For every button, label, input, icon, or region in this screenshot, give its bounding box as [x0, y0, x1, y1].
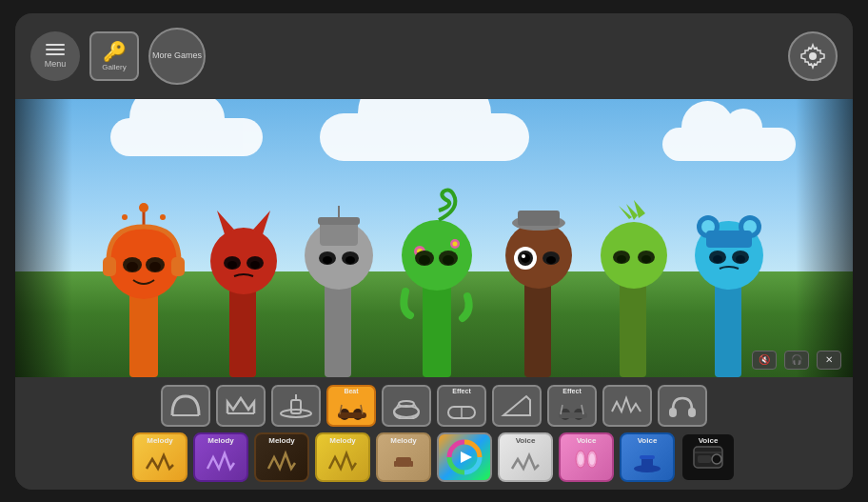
svg-point-14 — [210, 228, 277, 294]
svg-point-47 — [522, 254, 525, 258]
toolbar-item-arch[interactable] — [161, 385, 210, 427]
svg-rect-92 — [394, 461, 397, 467]
toolbar-item-melody-dark[interactable]: Melody — [254, 432, 309, 482]
character-cyan[interactable] — [681, 149, 777, 377]
character-brown[interactable] — [491, 149, 586, 377]
svg-point-106 — [712, 454, 721, 464]
pot-icon — [389, 392, 424, 419]
toolbar-item-voice-dark[interactable]: Voice — [681, 432, 736, 482]
toolbar-item-hat[interactable] — [271, 385, 321, 427]
mute-icon: 🔇 — [759, 354, 770, 365]
svg-point-51 — [601, 222, 667, 289]
melody-dark-label: Melody — [256, 436, 307, 445]
melody-purple-icon — [206, 448, 236, 474]
svg-point-49 — [546, 256, 556, 264]
headphones-button[interactable]: 🎧 — [784, 351, 809, 370]
svg-point-81 — [399, 401, 414, 407]
toolbar-item-melody-gold[interactable]: Melody — [132, 432, 187, 482]
toolbar-item-effect2[interactable]: Effect — [547, 385, 597, 427]
svg-rect-21 — [325, 277, 351, 377]
voice-white-label: Voice — [500, 436, 551, 445]
audio-controls: 🔇 🎧 ✕ — [752, 351, 841, 370]
top-bar: Menu 🔑 Gallery More Games — [15, 13, 853, 99]
svg-point-28 — [323, 256, 332, 264]
toolbar-item-spiky[interactable] — [602, 385, 652, 427]
voice-pink-label: Voice — [561, 436, 612, 445]
characters-area — [15, 99, 853, 377]
toolbar-item-pot[interactable] — [382, 385, 431, 427]
toolbar-item-voice-pink[interactable]: Voice — [559, 432, 614, 482]
toolbar-item-melody-tan[interactable]: Melody — [376, 432, 431, 482]
effect1-icon — [444, 395, 479, 422]
svg-rect-89 — [669, 408, 677, 417]
svg-rect-73 — [291, 400, 301, 413]
character-orange[interactable] — [91, 158, 196, 377]
toolbar-item-beat[interactable]: Beat — [326, 385, 376, 427]
effect2-icon — [555, 395, 589, 422]
toolbar-row-1: Beat — [27, 385, 841, 427]
svg-point-6 — [149, 262, 161, 271]
melody-purple-label: Melody — [195, 436, 247, 445]
svg-rect-50 — [620, 277, 646, 377]
svg-rect-90 — [688, 408, 696, 417]
svg-point-8 — [139, 203, 148, 212]
svg-point-58 — [641, 255, 651, 263]
svg-rect-91 — [396, 457, 411, 467]
svg-point-38 — [419, 255, 430, 265]
svg-rect-11 — [103, 257, 116, 276]
toolbar-item-melody-yellow[interactable]: Melody — [315, 432, 370, 482]
character-lime[interactable] — [586, 149, 681, 377]
gallery-label: Gallery — [102, 63, 126, 71]
toolbar-item-effect1[interactable]: Effect — [437, 385, 486, 427]
toolbar-item-multi[interactable] — [437, 432, 492, 482]
beat-label: Beat — [344, 388, 358, 394]
melody-gold-icon — [145, 448, 175, 474]
svg-rect-105 — [698, 455, 711, 463]
toolbar-item-crown[interactable] — [216, 385, 266, 427]
svg-marker-16 — [253, 211, 270, 234]
toolbar-item-voice-blue[interactable]: Voice — [620, 432, 675, 482]
melody-yellow-icon — [327, 448, 358, 474]
headphones-icon: 🎧 — [791, 354, 802, 365]
headphones-icon — [665, 392, 700, 419]
toolbar-item-headphones[interactable] — [658, 385, 707, 427]
svg-marker-95 — [461, 452, 472, 463]
svg-point-29 — [345, 256, 355, 264]
svg-point-0 — [809, 52, 817, 60]
app-container: Menu 🔑 Gallery More Games — [15, 13, 853, 490]
character-red[interactable] — [196, 158, 291, 377]
voice-blue-label: Voice — [621, 436, 673, 445]
close-audio-button[interactable]: ✕ — [817, 351, 841, 370]
svg-point-57 — [617, 255, 626, 263]
character-gray[interactable] — [291, 149, 386, 377]
gallery-button[interactable]: 🔑 Gallery — [89, 31, 139, 81]
toolbar-item-melody-purple[interactable]: Melody — [193, 432, 248, 482]
bottom-toolbar: Beat — [15, 377, 853, 490]
svg-point-46 — [521, 253, 530, 263]
svg-point-98 — [578, 453, 583, 465]
svg-point-35 — [453, 241, 458, 246]
menu-button[interactable]: Menu — [30, 31, 80, 81]
effect2-label: Effect — [562, 388, 581, 394]
toolbar-item-slope[interactable] — [492, 385, 542, 427]
crown-icon — [224, 392, 258, 419]
toolbar-item-voice-white[interactable]: Voice — [498, 432, 553, 482]
svg-marker-15 — [217, 211, 234, 234]
slope-icon — [500, 392, 534, 419]
hamburger-icon — [46, 44, 65, 55]
multi-icon — [446, 439, 483, 475]
svg-point-9 — [122, 214, 128, 220]
svg-rect-43 — [518, 211, 560, 226]
voice-white-icon — [510, 448, 541, 474]
melody-yellow-label: Melody — [317, 436, 368, 445]
svg-rect-30 — [423, 277, 451, 377]
settings-button[interactable] — [788, 31, 838, 81]
character-green[interactable] — [386, 149, 491, 377]
svg-rect-40 — [524, 277, 551, 377]
gallery-icon: 🔑 — [103, 40, 127, 63]
spiky-icon — [610, 392, 644, 419]
menu-label: Menu — [45, 59, 67, 69]
more-games-button[interactable]: More Games — [148, 28, 206, 85]
more-games-label: More Games — [152, 50, 202, 62]
mute-button[interactable]: 🔇 — [752, 351, 777, 370]
